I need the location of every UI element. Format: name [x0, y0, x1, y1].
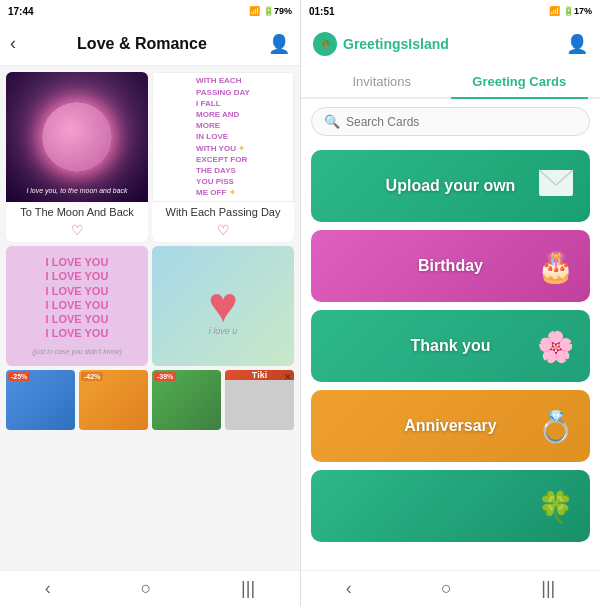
nav-recents-left[interactable]: |||	[241, 578, 255, 599]
anniversary-emoji: 💍	[537, 409, 574, 444]
heart-moon[interactable]: ♡	[6, 220, 148, 242]
ad-tiki[interactable]: Tiki ✕	[225, 370, 294, 430]
category-other[interactable]: 🍀	[311, 470, 590, 542]
logo-area: 🌴 GreetingsIsland	[313, 32, 449, 56]
nav-back-left[interactable]: ‹	[45, 578, 51, 599]
ad-1[interactable]: -25%	[6, 370, 75, 430]
ad-close-icon[interactable]: ✕	[284, 372, 292, 382]
nav-home-right[interactable]: ○	[441, 578, 452, 599]
user-icon-right[interactable]: 👤	[566, 33, 588, 55]
card-moon-back[interactable]: I love you, to the moon and back To The …	[6, 72, 148, 242]
search-input[interactable]	[346, 115, 577, 129]
bottom-nav-right: ‹ ○ |||	[301, 570, 600, 606]
status-icons-left: 📶 🔋79%	[249, 6, 292, 16]
categories-list: Upload your own 🎂 Birthday 🌸 Thank you 💍…	[301, 144, 600, 570]
tab-invitations[interactable]: Invitations	[313, 66, 451, 97]
right-panel: 01:51 📶 🔋17% 🌴 GreetingsIsland 👤 Invitat…	[301, 0, 600, 606]
other-emoji: 🍀	[537, 489, 574, 524]
card-passing-day[interactable]: WITH EACHPASSING DAYI FALLMORE ANDMOREIN…	[152, 72, 294, 242]
logo-text: GreetingsIsland	[343, 36, 449, 52]
birthday-label: Birthday	[418, 257, 483, 275]
upload-emoji	[538, 169, 574, 203]
upload-label: Upload your own	[386, 177, 516, 195]
anniversary-label: Anniversary	[404, 417, 497, 435]
header-right: 🌴 GreetingsIsland 👤	[301, 22, 600, 66]
tab-greeting-cards[interactable]: Greeting Cards	[451, 66, 589, 99]
thankyou-label: Thank you	[410, 337, 490, 355]
category-thankyou[interactable]: 🌸 Thank you	[311, 310, 590, 382]
thankyou-emoji: 🌸	[537, 329, 574, 364]
ads-row: -25% -42% -38% Tiki ✕	[6, 370, 294, 430]
status-time-left: 17:44	[8, 6, 34, 17]
heart-passing[interactable]: ♡	[152, 220, 294, 242]
logo-icon: 🌴	[313, 32, 337, 56]
card-title-moon: To The Moon And Back	[6, 202, 148, 220]
grid-row-2: I LOVE YOUI LOVE YOUI LOVE YOUI LOVE YOU…	[6, 246, 294, 366]
category-upload[interactable]: Upload your own	[311, 150, 590, 222]
category-birthday[interactable]: 🎂 Birthday	[311, 230, 590, 302]
tabs-row: Invitations Greeting Cards	[301, 66, 600, 99]
search-icon: 🔍	[324, 114, 340, 129]
card-heart-balloon[interactable]: ♥ i love u	[152, 246, 294, 366]
nav-home-left[interactable]: ○	[141, 578, 152, 599]
back-icon[interactable]: ‹	[10, 33, 16, 54]
left-panel: 17:44 📶 🔋79% ‹ Love & Romance 👤 I love y…	[0, 0, 300, 606]
bottom-nav-left: ‹ ○ |||	[0, 570, 300, 606]
status-bar-left: 17:44 📶 🔋79%	[0, 0, 300, 22]
status-time-right: 01:51	[309, 6, 335, 17]
nav-back-right[interactable]: ‹	[346, 578, 352, 599]
birthday-emoji: 🎂	[537, 249, 574, 284]
status-icons-right: 📶 🔋17%	[549, 6, 592, 16]
grid-row-1: I love you, to the moon and back To The …	[6, 72, 294, 242]
cards-grid: I love you, to the moon and back To The …	[0, 66, 300, 570]
status-bar-right: 01:51 📶 🔋17%	[301, 0, 600, 22]
user-icon[interactable]: 👤	[268, 33, 290, 55]
ad-3[interactable]: -38%	[152, 370, 221, 430]
ad-2[interactable]: -42%	[79, 370, 148, 430]
card-i-love-you[interactable]: I LOVE YOUI LOVE YOUI LOVE YOUI LOVE YOU…	[6, 246, 148, 366]
page-title-left: Love & Romance	[77, 35, 207, 53]
nav-recents-right[interactable]: |||	[541, 578, 555, 599]
header-left: ‹ Love & Romance 👤	[0, 22, 300, 66]
search-bar[interactable]: 🔍	[311, 107, 590, 136]
category-anniversary[interactable]: 💍 Anniversary	[311, 390, 590, 462]
